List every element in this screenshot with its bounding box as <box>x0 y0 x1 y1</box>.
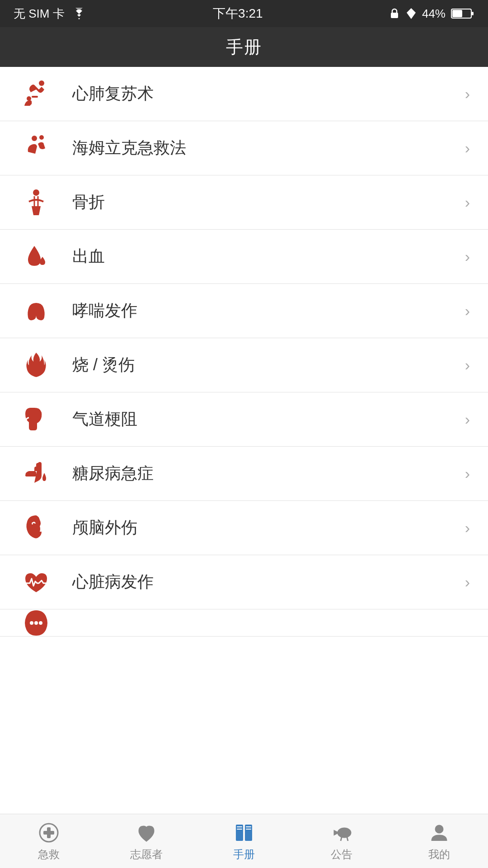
svg-point-5 <box>27 96 31 101</box>
item-label-airway: 气道梗阻 <box>72 408 460 430</box>
rescue-tab-label: 急救 <box>38 847 60 862</box>
svg-line-25 <box>341 837 342 841</box>
notice-tab-icon <box>330 821 353 844</box>
volunteer-tab-icon <box>135 821 158 844</box>
heart-icon <box>18 564 54 600</box>
svg-rect-20 <box>237 826 242 827</box>
sim-status: 无 SIM 卡 <box>14 6 65 22</box>
asthma-icon <box>18 293 54 329</box>
svg-point-8 <box>39 135 44 140</box>
burn-icon <box>18 347 54 383</box>
page-header: 手册 <box>0 27 488 67</box>
list-item-cpr[interactable]: 心肺复苏术 › <box>0 67 488 121</box>
airway-icon <box>18 401 54 438</box>
item-label-burn: 烧 / 烫伤 <box>72 354 460 376</box>
battery-percent: 44% <box>422 7 446 21</box>
svg-point-7 <box>32 136 37 141</box>
mine-tab-icon <box>427 821 451 844</box>
chevron-fracture: › <box>465 193 470 211</box>
svg-point-4 <box>39 80 44 86</box>
chevron-bleeding: › <box>465 248 470 265</box>
handbook-tab-icon <box>232 821 256 844</box>
status-bar: 无 SIM 卡 下午3:21 44% <box>0 0 488 27</box>
item-label-cpr: 心肺复苏术 <box>72 83 460 105</box>
notice-tab-label: 公告 <box>331 847 352 862</box>
item-label-head: 颅脑外伤 <box>72 517 460 539</box>
svg-rect-3 <box>472 12 474 15</box>
chevron-asthma: › <box>465 302 470 320</box>
list-item-diabetes[interactable]: 糖尿病急症 › <box>0 447 488 501</box>
list-item-airway[interactable]: 气道梗阻 › <box>0 392 488 447</box>
tab-handbook[interactable]: 手册 <box>195 814 293 868</box>
item-label-asthma: 哮喘发作 <box>72 300 460 322</box>
status-time: 下午3:21 <box>213 5 263 22</box>
svg-point-9 <box>33 189 39 196</box>
handbook-list: 心肺复苏术 › 海姆立克急救法 › <box>0 67 488 814</box>
tab-notice[interactable]: 公告 <box>293 814 390 868</box>
more-icon <box>18 609 54 637</box>
mine-tab-label: 我的 <box>428 847 450 862</box>
svg-rect-21 <box>237 829 242 830</box>
chevron-heimlich: › <box>465 139 470 157</box>
bleeding-icon <box>18 239 54 275</box>
diabetes-icon <box>18 456 54 492</box>
item-label-heimlich: 海姆立克急救法 <box>72 137 460 159</box>
status-left: 无 SIM 卡 <box>14 6 87 22</box>
svg-rect-23 <box>246 829 251 830</box>
svg-point-13 <box>34 621 38 625</box>
item-label-heart: 心脏病发作 <box>72 571 460 593</box>
svg-rect-6 <box>32 96 38 98</box>
status-right: 44% <box>389 7 474 21</box>
tab-bar: 急救 志愿者 手册 <box>0 814 488 868</box>
list-item-heart[interactable]: 心脏病发作 › <box>0 555 488 609</box>
page-title: 手册 <box>226 36 262 59</box>
svg-rect-22 <box>246 826 251 827</box>
svg-point-24 <box>338 828 351 837</box>
chevron-head: › <box>465 519 470 537</box>
heimlich-icon <box>18 130 54 166</box>
handbook-tab-label: 手册 <box>233 847 255 862</box>
list-item-head[interactable]: 颅脑外伤 › <box>0 501 488 555</box>
list-item-fracture[interactable]: 骨折 › <box>0 175 488 230</box>
chevron-diabetes: › <box>465 465 470 482</box>
rescue-tab-icon <box>37 821 61 844</box>
svg-line-26 <box>347 837 348 841</box>
chevron-heart: › <box>465 573 470 591</box>
lock-icon <box>389 7 400 20</box>
cpr-icon <box>18 76 54 112</box>
tab-volunteer[interactable]: 志愿者 <box>98 814 195 868</box>
list-item-heimlich[interactable]: 海姆立克急救法 › <box>0 121 488 175</box>
list-item-bleeding[interactable]: 出血 › <box>0 230 488 284</box>
head-icon <box>18 510 54 546</box>
chevron-cpr: › <box>465 85 470 103</box>
item-label-fracture: 骨折 <box>72 191 460 213</box>
item-label-bleeding: 出血 <box>72 245 460 268</box>
svg-point-12 <box>30 621 33 625</box>
list-item-burn[interactable]: 烧 / 烫伤 › <box>0 338 488 392</box>
battery-icon <box>451 8 474 19</box>
location-icon <box>406 7 417 20</box>
svg-point-27 <box>436 826 443 833</box>
tab-rescue[interactable]: 急救 <box>0 814 98 868</box>
list-item-asthma[interactable]: 哮喘发作 › <box>0 284 488 338</box>
list-item-more[interactable] <box>0 609 488 637</box>
fracture-icon <box>18 184 54 221</box>
tab-mine[interactable]: 我的 <box>390 814 488 868</box>
item-label-diabetes: 糖尿病急症 <box>72 462 460 485</box>
svg-rect-2 <box>452 10 462 17</box>
chevron-burn: › <box>465 356 470 374</box>
volunteer-tab-label: 志愿者 <box>130 847 163 862</box>
chevron-airway: › <box>465 410 470 428</box>
svg-rect-0 <box>391 13 398 18</box>
svg-point-14 <box>39 621 42 625</box>
svg-rect-17 <box>43 831 54 835</box>
wifi-icon <box>71 8 87 19</box>
